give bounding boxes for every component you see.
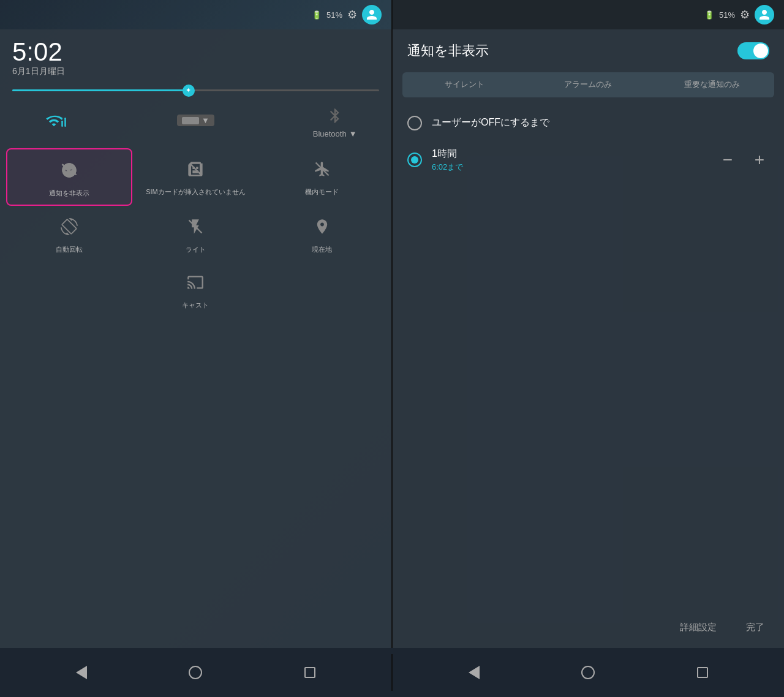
- rotate-icon-area: [56, 213, 83, 240]
- svg-rect-1: [65, 118, 67, 127]
- advanced-settings-btn[interactable]: 詳細設定: [675, 617, 722, 638]
- wifi-icon-area: [43, 107, 70, 134]
- right-battery-icon: 🔋: [704, 10, 714, 20]
- bluetooth-icon: [326, 107, 344, 124]
- sim-icon: [187, 160, 204, 178]
- dnd-header: 通知を非表示: [393, 29, 784, 72]
- right-back-icon: [469, 666, 480, 679]
- brightness-fill: [12, 89, 189, 91]
- quick-toggles-row: ▼ Bluetooth ▼: [0, 97, 391, 143]
- duration-one-hour-text: 1時間 6:02まで: [432, 148, 708, 173]
- airplane-icon-area: [309, 156, 336, 183]
- bluetooth-label: Bluetooth: [313, 129, 347, 138]
- right-settings-icon[interactable]: ⚙: [740, 8, 750, 21]
- brightness-bar[interactable]: ✦: [12, 89, 379, 91]
- right-nav: [393, 648, 784, 697]
- wifi-toggle[interactable]: [12, 107, 101, 134]
- right-recents-btn[interactable]: [690, 660, 715, 685]
- notification-panel: 5:02 6月1日月曜日 ✦: [0, 29, 391, 648]
- brightness-sun-icon: ✦: [186, 86, 191, 94]
- dnd-icon-area: [56, 157, 83, 184]
- left-avatar[interactable]: [362, 5, 382, 24]
- tile-location-label: 現在地: [312, 245, 332, 254]
- dnd-icon: [61, 162, 78, 179]
- tile-sim-label: SIMカードが挿入されていません: [146, 187, 246, 196]
- brightness-thumb[interactable]: ✦: [183, 85, 195, 97]
- airplane-icon: [314, 160, 331, 178]
- network-selector-area[interactable]: ▼: [107, 115, 285, 126]
- right-back-btn[interactable]: [462, 660, 486, 685]
- duration-one-hour-sublabel: 6:02まで: [432, 162, 708, 173]
- brightness-section[interactable]: ✦: [0, 83, 391, 97]
- network-selector[interactable]: ▼: [177, 115, 214, 126]
- dnd-footer: 詳細設定 完了: [393, 607, 784, 648]
- wifi-bars-icon: [60, 115, 67, 127]
- tile-cast[interactable]: キャスト: [132, 262, 258, 317]
- tile-airplane-label: 機内モード: [305, 187, 339, 196]
- cast-icon-area: [182, 269, 209, 296]
- duration-section: ユーザーがOFFにするまで 1時間 6:02まで − +: [393, 97, 784, 191]
- bt-icon-area: [322, 102, 349, 129]
- right-recents-icon: [697, 667, 708, 678]
- nav-bar: [0, 648, 784, 697]
- left-recents-icon: [304, 667, 315, 678]
- right-battery-pct: 51%: [719, 10, 735, 20]
- date-display: 6月1日月曜日: [12, 66, 379, 77]
- tile-location[interactable]: 現在地: [259, 206, 385, 261]
- dnd-title: 通知を非表示: [407, 42, 489, 60]
- left-back-btn[interactable]: [69, 660, 94, 685]
- left-home-btn[interactable]: [183, 660, 208, 685]
- flashlight-icon-area: [182, 213, 209, 240]
- tile-airplane[interactable]: 機内モード: [259, 148, 385, 206]
- duration-controls: − +: [718, 150, 769, 170]
- radio-one-hour[interactable]: [407, 153, 422, 167]
- bt-label-row: Bluetooth ▼: [313, 129, 357, 138]
- dnd-toggle-knob: [753, 43, 768, 58]
- tile-flashlight[interactable]: ライト: [132, 206, 258, 261]
- left-home-icon: [189, 666, 202, 679]
- sim-icon-area: [182, 156, 209, 183]
- right-home-btn[interactable]: [576, 660, 600, 685]
- dnd-toggle-switch[interactable]: [737, 42, 769, 59]
- time-section: 5:02 6月1日月曜日: [0, 29, 391, 83]
- duration-until-off-text: ユーザーがOFFにするまで: [432, 116, 769, 129]
- left-settings-icon[interactable]: ⚙: [347, 8, 357, 21]
- right-screen: 🔋 51% ⚙ 通知を非表示 サイレント アラームのみ 重要な通知のみ: [393, 0, 784, 648]
- network-name-bar: [182, 117, 199, 124]
- tile-rotate-label: 自動回転: [56, 245, 83, 254]
- left-status-bar: 🔋 51% ⚙: [0, 0, 391, 29]
- dnd-mode-selector[interactable]: サイレント アラームのみ 重要な通知のみ: [402, 72, 774, 97]
- mode-priority[interactable]: 重要な通知のみ: [650, 72, 774, 97]
- tile-sim[interactable]: SIMカードが挿入されていません: [132, 148, 258, 206]
- left-recents-btn[interactable]: [298, 660, 322, 685]
- duration-until-off[interactable]: ユーザーがOFFにするまで: [407, 107, 769, 139]
- svg-rect-0: [62, 121, 64, 127]
- flashlight-icon: [187, 218, 204, 235]
- duration-one-hour[interactable]: 1時間 6:02まで − +: [407, 139, 769, 181]
- bluetooth-toggle[interactable]: Bluetooth ▼: [290, 102, 379, 138]
- tile-dnd-label: 通知を非表示: [49, 189, 89, 197]
- tile-dnd[interactable]: 通知を非表示: [6, 148, 132, 206]
- dropdown-arrow-icon: ▼: [202, 116, 209, 125]
- location-icon: [314, 218, 331, 235]
- radio-one-hour-inner: [411, 156, 418, 164]
- radio-until-off[interactable]: [407, 116, 422, 130]
- quick-tiles-grid: 通知を非表示 SIMカードが挿入されていません: [0, 143, 391, 322]
- mode-alarms[interactable]: アラームのみ: [526, 72, 650, 97]
- duration-increase-btn[interactable]: +: [750, 150, 769, 170]
- tile-rotate[interactable]: 自動回転: [6, 206, 132, 261]
- duration-until-off-label: ユーザーがOFFにするまで: [432, 116, 769, 129]
- duration-decrease-btn[interactable]: −: [718, 150, 737, 170]
- left-screen: 🔋 51% ⚙ 5:02 6月1日月曜日 ✦: [0, 0, 393, 648]
- tile-cast-label: キャスト: [182, 301, 209, 309]
- done-btn[interactable]: 完了: [741, 617, 769, 638]
- left-battery-icon: 🔋: [312, 10, 322, 20]
- location-icon-area: [309, 213, 336, 240]
- right-home-icon: [581, 666, 595, 679]
- tile-flashlight-label: ライト: [186, 245, 206, 254]
- right-avatar[interactable]: [755, 5, 774, 24]
- mode-silent[interactable]: サイレント: [402, 72, 526, 97]
- left-battery-pct: 51%: [326, 10, 342, 20]
- rotate-icon: [61, 218, 78, 235]
- bt-dropdown-icon: ▼: [349, 129, 357, 138]
